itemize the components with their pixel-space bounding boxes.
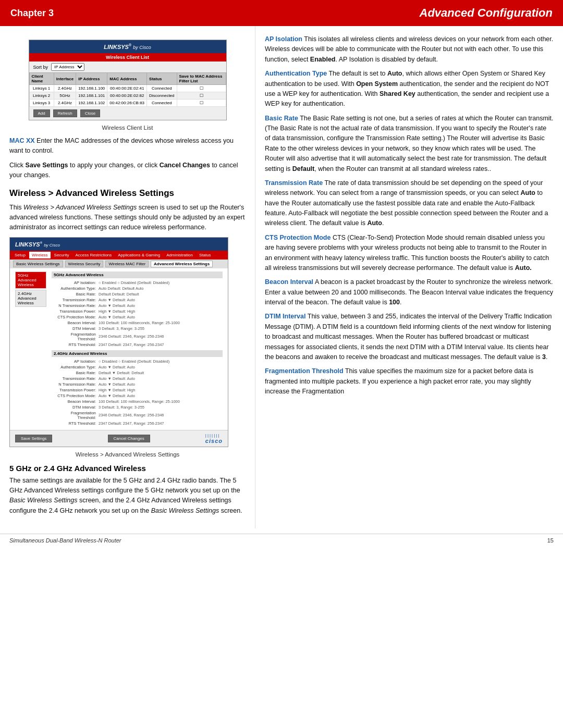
table-cell: 00:40:00:2E:02:41: [107, 85, 147, 92]
frag-threshold-para: Fragmentation Threshold This value speci…: [265, 366, 554, 397]
adv-row-label: Transmission Power:: [52, 309, 99, 314]
cancel-changes-btn[interactable]: Cancel Changes: [108, 435, 150, 442]
table-cell: Connected: [147, 100, 177, 107]
left-column: LINKSYS® by Cisco Wireless Client List S…: [0, 26, 255, 528]
adv-row-24ghz: Basic Rate:Default ▼ Default: Default: [52, 371, 223, 375]
dtim-interval-term: DTIM Interval: [265, 313, 306, 320]
col-client-name: Client Name: [29, 73, 54, 85]
adv-row-value: ○ Disabled ○ Enabled (Default: Disabled): [99, 359, 223, 364]
adv-panel-footer: Save Settings Cancel Changes ||||||| cis…: [10, 430, 228, 447]
table-cell: 00:40:00:2E:02:82: [107, 92, 147, 100]
adv-row-24ghz: Fragmentation Threshold:2346 Default: 23…: [52, 411, 223, 420]
same-settings-para: The same settings are available for the …: [9, 476, 246, 516]
tab-admin[interactable]: Administration: [164, 252, 195, 258]
table-cell: 00:42:00:26:CB:83: [107, 100, 147, 107]
subtab-advanced[interactable]: Advanced Wireless Settings: [151, 261, 213, 267]
adv-row-value: Auto ▼ Default: Auto: [99, 298, 223, 302]
adv-row-label: N Transmission Rate:: [52, 382, 99, 387]
adv-row-value: ○ Enabled ○ Disabled (Default: Disabled): [99, 280, 223, 285]
adv-row-5ghz: RTS Threshold:2347 Default: 2347, Range:…: [52, 342, 223, 347]
ghz24-section-title: 2.4GHz Advanced Wireless: [52, 350, 223, 357]
table-row: Linksys 25GHz192.168.1.10100:40:00:2E:02…: [29, 92, 226, 100]
sidebar-5ghz[interactable]: 5GHz Advanced Wireless: [15, 272, 46, 289]
subtab-security[interactable]: Wireless Security: [65, 261, 104, 267]
adv-row-label: CTS Protection Mode:: [52, 393, 99, 398]
table-cell: 2.4GHz: [54, 100, 76, 107]
col-mac: MAC Address: [107, 73, 147, 85]
auth-type-para: Authentication Type The default is set t…: [265, 69, 554, 109]
section-heading: Wireless > Advanced Wireless Settings: [9, 188, 246, 199]
table-cell: 192.168.1.102: [76, 100, 107, 107]
col-status: Status: [147, 73, 177, 85]
close-button[interactable]: Close: [80, 109, 100, 117]
adv-row-5ghz: Transmission Power:High ▼ Default: High: [52, 309, 223, 314]
dtim-interval-para: DTIM Interval This value, between 3 and …: [265, 312, 554, 362]
add-button[interactable]: Add: [33, 109, 50, 117]
adv-row-value: 3 Default: 3, Range: 3-255: [99, 405, 223, 410]
tab-status[interactable]: Status: [197, 252, 214, 258]
table-cell: Disconnected: [147, 92, 177, 100]
client-list-container: LINKSYS® by Cisco Wireless Client List S…: [9, 40, 246, 120]
tab-setup[interactable]: Setup: [12, 252, 28, 258]
adv-row-value: Auto ▼ Default: Auto: [99, 315, 223, 319]
adv-row-label: Authentication Type:: [52, 286, 99, 291]
chapter-label: Chapter 3: [10, 8, 54, 19]
adv-row-value: Auto ▼ Default: Auto: [99, 376, 223, 381]
client-list-panel: LINKSYS® by Cisco Wireless Client List S…: [29, 40, 227, 120]
adv-caption: Wireless > Advanced Wireless Settings: [9, 451, 246, 458]
adv-row-value: 2347 Default: 2347, Range: 256-2347: [99, 421, 223, 426]
table-cell: Connected: [147, 85, 177, 92]
refresh-button[interactable]: Refresh: [53, 109, 77, 117]
cts-mode-para: CTS Protection Mode CTS (Clear-To-Send) …: [265, 233, 554, 274]
adv-row-label: Basic Rate:: [52, 292, 99, 297]
cisco-lines: |||||||: [205, 433, 223, 438]
adv-row-label: Fragmentation Threshold:: [52, 411, 99, 420]
tab-security[interactable]: Security: [52, 252, 72, 258]
tab-wireless[interactable]: Wireless: [29, 252, 51, 258]
adv-row-24ghz: DTM Interval:3 Default: 3, Range: 3-255: [52, 405, 223, 410]
client-list-title: Wireless Client List: [29, 53, 226, 61]
transmission-rate-para: Transmission Rate The rate of data trans…: [265, 178, 554, 229]
table-cell: 192.168.1.101: [76, 92, 107, 100]
basic-rate-term: Basic Rate: [265, 115, 298, 122]
tab-access[interactable]: Access Restrictions: [72, 252, 114, 258]
adv-row-value: High ▼ Default: High: [99, 388, 223, 392]
cisco-logo-block: ||||||| cisco: [205, 433, 223, 444]
adv-row-label: Basic Rate:: [52, 371, 99, 375]
sort-select[interactable]: IP Address: [51, 63, 84, 71]
frag-threshold-term: Fragmentation Threshold: [265, 367, 344, 375]
page-footer: Simultaneous Dual-Band Wireless-N Router…: [0, 534, 563, 547]
rows-24ghz: AP Isolation:○ Disabled ○ Enabled (Defau…: [52, 359, 223, 426]
adv-row-label: Transmission Rate:: [52, 298, 99, 302]
client-list-caption: Wireless Client List: [9, 125, 246, 131]
save-settings-btn[interactable]: Save Settings: [15, 435, 52, 442]
col-interface: Interface: [54, 73, 76, 85]
adv-row-label: RTS Threshold:: [52, 342, 99, 347]
adv-row-24ghz: N Transmission Rate:Auto ▼ Default: Auto: [52, 382, 223, 387]
adv-row-label: Transmission Rate:: [52, 376, 99, 381]
adv-row-24ghz: AP Isolation:○ Disabled ○ Enabled (Defau…: [52, 359, 223, 364]
adv-row-value: 2346 Default: 2346, Range: 256-2346: [99, 334, 223, 339]
page-content: LINKSYS® by Cisco Wireless Client List S…: [0, 26, 563, 528]
transmission-rate-term: Transmission Rate: [265, 179, 323, 187]
page-header: Chapter 3 Advanced Configuration: [0, 0, 563, 26]
adv-wireless-panel: LINKSYS® by Cisco Setup Wireless Securit…: [9, 237, 228, 447]
adv-row-value: 100 Default: 100 milliseconds, Range: 25…: [99, 399, 223, 404]
subtab-basic[interactable]: Basic Wireless Settings: [13, 261, 63, 267]
adv-row-24ghz: Transmission Power:High ▼ Default: High: [52, 388, 223, 392]
adv-row-5ghz: Fragmentation Threshold:2346 Default: 23…: [52, 332, 223, 341]
auth-type-term: Authentication Type: [265, 70, 327, 77]
subtab-mac[interactable]: Wireless MAC Filter: [105, 261, 149, 267]
sidebar-24ghz[interactable]: 2.4GHz Advanced Wireless: [15, 290, 46, 307]
client-list-header: LINKSYS® by Cisco: [29, 40, 226, 53]
adv-panel-body: 5GHz Advanced Wireless 2.4GHz Advanced W…: [10, 268, 228, 430]
adv-row-24ghz: Authentication Type:Auto ▼ Default: Auto: [52, 365, 223, 369]
adv-row-value: High ▼ Default: High: [99, 309, 223, 314]
table-cell: 192.168.1.100: [76, 85, 107, 92]
ap-isolation-para: AP Isolation This isolates all wireless …: [265, 34, 554, 65]
tab-applications[interactable]: Applications & Gaming: [115, 252, 163, 258]
adv-row-value: Auto ▼ Default: Auto: [99, 393, 223, 398]
adv-panel-sidebar: 5GHz Advanced Wireless 2.4GHz Advanced W…: [15, 272, 46, 427]
adv-row-value: Auto ▼ Default: Auto: [99, 365, 223, 369]
ghz5-section-title: 5GHz Advanced Wireless: [52, 272, 223, 278]
